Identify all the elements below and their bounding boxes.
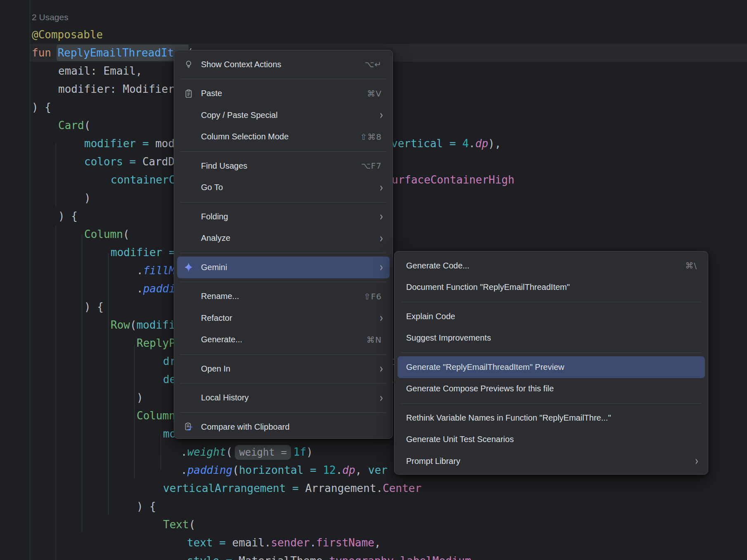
icon-spacer bbox=[183, 393, 194, 403]
chevron-right-icon: › bbox=[695, 455, 699, 467]
menu-item-copy-paste-special[interactable]: Copy / Paste Special› bbox=[177, 104, 390, 126]
menu-item-paste[interactable]: Paste⌘V bbox=[177, 83, 390, 105]
code-token: MaterialTheme. bbox=[239, 555, 329, 560]
code-line: style = MaterialTheme.typography.labelMe… bbox=[0, 552, 747, 560]
chevron-right-icon: › bbox=[380, 261, 383, 273]
menu-item-label: Gemini bbox=[201, 263, 227, 272]
menu-item-label: Generate "ReplyEmailThreadItem" Preview bbox=[406, 362, 564, 372]
gemini-icon bbox=[183, 262, 194, 273]
icon-spacer bbox=[183, 132, 194, 142]
menu-item-gemini[interactable]: Gemini› bbox=[177, 256, 390, 278]
menu-shortcut: ⌘\ bbox=[685, 261, 697, 271]
menu-item-label: Find Usages bbox=[201, 161, 247, 171]
gemini-item-generate-replyemailthreaditem-preview[interactable]: Generate "ReplyEmailThreadItem" Preview bbox=[397, 356, 705, 378]
code-line: 2 Usages bbox=[0, 7, 747, 26]
code-token: ) { bbox=[137, 500, 156, 513]
code-token: ( bbox=[232, 464, 239, 476]
code-token: ( bbox=[226, 446, 233, 458]
menu-separator bbox=[180, 282, 387, 282]
code-line: @Composable bbox=[0, 26, 747, 44]
gemini-item-generate-code[interactable]: Generate Code...⌘\ bbox=[397, 255, 705, 277]
menu-item-open-in[interactable]: Open In› bbox=[177, 358, 390, 380]
menu-shortcut: ⌥F7 bbox=[361, 161, 382, 171]
code-token: sender bbox=[271, 536, 310, 549]
menu-item-go-to[interactable]: Go To› bbox=[177, 177, 390, 199]
menu-item-refactor[interactable]: Refactor› bbox=[177, 307, 390, 329]
menu-item-label: Rename... bbox=[201, 292, 239, 301]
code-token: email. bbox=[232, 536, 271, 549]
menu-separator bbox=[180, 79, 387, 79]
gemini-item-generate-compose-previews-for-this-file[interactable]: Generate Compose Previews for this file bbox=[397, 378, 705, 400]
code-token: . bbox=[394, 555, 400, 560]
code-token: Column bbox=[84, 228, 123, 240]
code-token: modifier = bbox=[84, 137, 155, 150]
gemini-item-explain-code[interactable]: Explain Code bbox=[397, 306, 705, 327]
code-token: weight bbox=[187, 446, 226, 458]
code-token: ) { bbox=[32, 101, 51, 113]
code-token: vertical = bbox=[391, 137, 462, 150]
chevron-right-icon: › bbox=[380, 362, 383, 375]
code-token: ), bbox=[488, 137, 501, 150]
code-token: . bbox=[137, 282, 143, 295]
code-token: firstName bbox=[316, 536, 374, 549]
code-token: urfaceContainerHigh bbox=[392, 174, 514, 186]
gemini-item-suggest-improvements[interactable]: Suggest Improvements bbox=[397, 327, 705, 349]
gemini-item-generate-unit-test-scenarios[interactable]: Generate Unit Test Scenarios bbox=[397, 429, 705, 451]
code-token: dp bbox=[475, 137, 488, 150]
icon-spacer bbox=[183, 291, 194, 302]
inlay-hint-pill: weight = bbox=[235, 445, 291, 460]
icon-spacer bbox=[183, 160, 194, 171]
menu-separator bbox=[400, 353, 702, 353]
menu-item-rename[interactable]: Rename...⇧F6 bbox=[177, 286, 390, 308]
menu-item-label: Column Selection Mode bbox=[201, 132, 288, 141]
menu-item-label: Paste bbox=[201, 89, 222, 98]
menu-item-label: Local History bbox=[201, 393, 249, 402]
code-token: padding bbox=[187, 464, 233, 476]
gemini-item-document-function-replyemailthreaditem[interactable]: Document Function "ReplyEmailThreadItem" bbox=[397, 277, 705, 299]
menu-separator bbox=[180, 202, 387, 202]
menu-item-show-context-actions[interactable]: Show Context Actions⌥↵ bbox=[177, 54, 390, 75]
icon-spacer bbox=[183, 110, 194, 120]
code-token: Text bbox=[163, 518, 189, 531]
code-token: 4 bbox=[462, 137, 469, 150]
code-token: ver bbox=[368, 464, 388, 476]
menu-item-find-usages[interactable]: Find Usages⌥F7 bbox=[177, 155, 390, 177]
menu-item-label: Copy / Paste Special bbox=[201, 111, 278, 120]
menu-item-generate[interactable]: Generate...⌘N bbox=[177, 329, 390, 351]
gemini-item-rethink-variable-names-in-function-replyemailthre[interactable]: Rethink Variable Names in Function "Repl… bbox=[397, 407, 705, 429]
paste-icon bbox=[183, 88, 194, 99]
icon-spacer bbox=[183, 313, 194, 323]
menu-item-label: Document Function "ReplyEmailThreadItem" bbox=[406, 282, 570, 292]
menu-item-label: Generate Compose Previews for this file bbox=[406, 384, 554, 393]
menu-item-label: Go To bbox=[201, 183, 223, 192]
menu-item-label: Explain Code bbox=[406, 312, 455, 321]
menu-item-compare-with-clipboard[interactable]: Compare with Clipboard bbox=[177, 416, 390, 438]
code-token: ) bbox=[84, 192, 91, 204]
menu-item-local-history[interactable]: Local History› bbox=[177, 387, 390, 409]
menu-item-label: Folding bbox=[201, 212, 228, 221]
icon-spacer bbox=[183, 363, 194, 374]
code-token: ) { bbox=[58, 210, 78, 222]
code-token: ) bbox=[137, 391, 143, 404]
menu-item-column-selection-mode[interactable]: Column Selection Mode⇧⌘8 bbox=[177, 126, 390, 148]
menu-shortcut: ⌥↵ bbox=[364, 59, 382, 69]
code-token: Row bbox=[111, 319, 130, 331]
menu-separator bbox=[400, 302, 702, 302]
icon-spacer bbox=[183, 233, 194, 244]
menu-item-folding[interactable]: Folding› bbox=[177, 206, 390, 228]
menu-item-label: Generate... bbox=[201, 335, 242, 344]
gemini-item-prompt-library[interactable]: Prompt Library› bbox=[397, 450, 705, 472]
menu-item-label: Refactor bbox=[201, 313, 232, 323]
icon-spacer bbox=[183, 182, 194, 193]
code-token: ( bbox=[123, 228, 130, 240]
menu-separator bbox=[180, 412, 387, 413]
icon-spacer bbox=[183, 334, 194, 345]
menu-separator bbox=[180, 354, 387, 355]
code-token: colors = bbox=[84, 155, 142, 168]
code-token: text = bbox=[187, 536, 232, 549]
code-token: ReplyEmailThreadItem bbox=[58, 47, 187, 59]
menu-shortcut: ⇧F6 bbox=[364, 292, 382, 301]
menu-item-analyze[interactable]: Analyze› bbox=[177, 228, 390, 249]
menu-separator bbox=[400, 403, 702, 404]
code-token: fun bbox=[32, 47, 58, 59]
